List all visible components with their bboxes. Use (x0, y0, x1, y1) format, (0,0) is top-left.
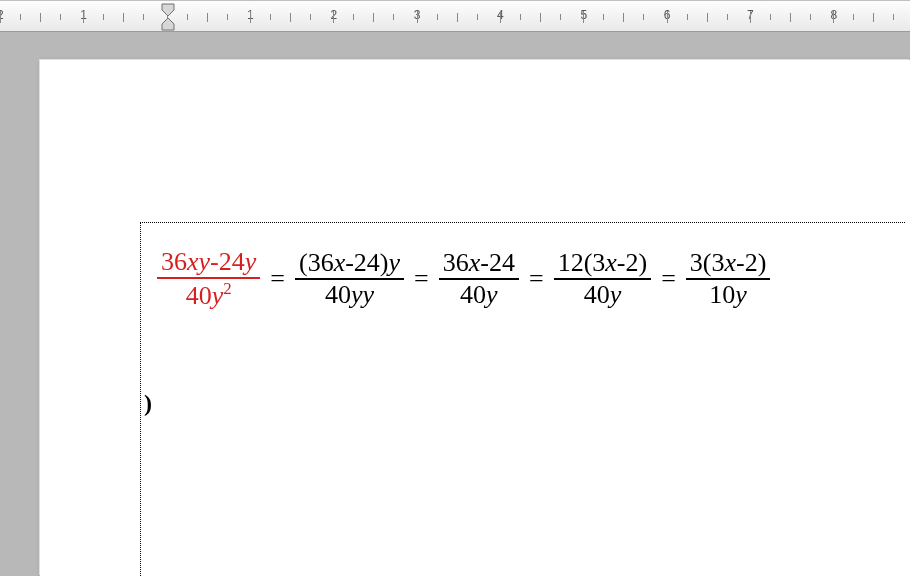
fraction-term: 12(3x-2) 40y (554, 248, 652, 310)
numerator: (36x-24)y (299, 248, 400, 277)
denominator: 40y (460, 280, 498, 309)
fraction-term: (36x-24)y 40yy (295, 248, 404, 310)
fraction-term: 36xy-24y 40y2 (157, 247, 260, 310)
denominator: 10y (709, 280, 747, 309)
text-frame[interactable]: 36xy-24y 40y2 = (36x-24)y 40yy = 36x-24 … (140, 222, 905, 576)
denominator: 40y2 (186, 281, 232, 310)
equals-sign: = (268, 264, 287, 294)
denominator: 40yy (325, 280, 374, 309)
horizontal-ruler[interactable]: 2 1 1 2 3 4 5 6 7 8 9 10 11 (0, 0, 910, 32)
document-page[interactable]: 36xy-24y 40y2 = (36x-24)y 40yy = 36x-24 … (40, 60, 910, 576)
fraction-term: 36x-24 40y (439, 248, 519, 310)
fraction-term: 3(3x-2) 10y (686, 248, 771, 310)
text-cursor: ) (144, 390, 152, 417)
numerator: 3(3x-2) (690, 248, 767, 277)
equation[interactable]: 36xy-24y 40y2 = (36x-24)y 40yy = 36x-24 … (157, 247, 895, 310)
equals-sign: = (412, 264, 431, 294)
equals-sign: = (659, 264, 678, 294)
numerator: 36xy-24y (161, 247, 256, 276)
equals-sign: = (527, 264, 546, 294)
numerator: 36x-24 (443, 248, 515, 277)
ruler-scale: 2 1 1 2 3 4 5 6 7 8 9 10 11 (0, 5, 910, 27)
denominator: 40y (584, 280, 622, 309)
numerator: 12(3x-2) (558, 248, 648, 277)
